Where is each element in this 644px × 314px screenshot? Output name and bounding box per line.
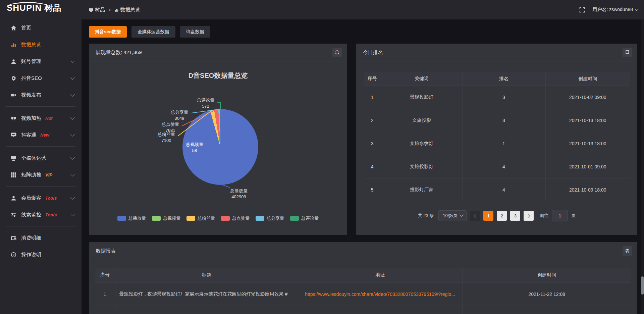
goto-page-input[interactable] (552, 210, 568, 221)
username-label: 用户名: zswodun88 (592, 7, 633, 13)
legend-item-videos[interactable]: 总视频量 (152, 215, 180, 221)
pie-label-fans: 总粉丝量7100 (153, 132, 180, 143)
table-row: 1景观投影灯32021-10-02 09:00 (364, 86, 630, 109)
breadcrumb-home-label: 树品 (95, 7, 105, 13)
sidebar-item-help[interactable]: ? 操作说明 (0, 246, 82, 263)
legend-item-shares[interactable]: 总分享量 (256, 215, 284, 221)
col-url: 地址 (298, 268, 462, 283)
sidebar-item-label: 全媒体运营 (21, 155, 46, 161)
ranking-table: 序号 关键词 排名 创建时间 1景观投影灯32021-10-02 09:00 2… (364, 72, 630, 201)
wallet-icon (11, 235, 16, 241)
report-table: 序号 标题 地址 创建时间 1 景观投影灯，夜游景观投影灯厂家展示展示落花灯在花… (95, 268, 631, 314)
page-button-2[interactable]: 2 (497, 211, 507, 221)
sidebar-item-douyin-seo[interactable]: 抖音SEO (0, 70, 82, 87)
breadcrumb-separator: > (108, 7, 111, 12)
sidebar-item-label: 抖音SEO (21, 75, 42, 82)
pie-label-shares: 总分享量3049 (166, 109, 193, 121)
breadcrumb-current[interactable]: 数据总览 (114, 7, 141, 13)
chevron-down-icon (70, 212, 75, 216)
page-size-select[interactable]: 10条/页 (438, 210, 467, 221)
sidebar-item-account[interactable]: 账号管理 (0, 53, 82, 70)
pagination-total: 共 23 条 (418, 213, 434, 219)
col-index: 序号 (95, 268, 115, 283)
sidebar-item-member-tools[interactable]: 会员爆客 Tools (0, 190, 82, 206)
sidebar-item-lead-monitor[interactable]: 线索监控 Tools (0, 206, 82, 223)
user-menu[interactable]: 用户名: zswodun88 (592, 7, 638, 13)
sliders-icon (11, 212, 16, 218)
report-row-title: 景观投影灯，夜游景观投影灯厂家展示展示落花灯在花园里的灯光投影应用效果 # (115, 283, 298, 306)
legend-swatch (290, 216, 299, 221)
table-row: 3文旅水纹灯12021-10-13 18:00 (364, 132, 630, 155)
next-page-button[interactable] (524, 211, 534, 221)
legend-swatch (221, 216, 230, 221)
fullscreen-icon[interactable] (579, 7, 585, 13)
tab-douyin-seo[interactable]: 抖音seo数据 (89, 26, 127, 38)
table-toggle-button[interactable]: 表 (623, 246, 632, 256)
person-icon (11, 195, 16, 201)
ranking-panel-title: 今日排名 (363, 49, 383, 56)
chevron-down-icon (70, 75, 75, 80)
sidebar-item-video-heat[interactable]: 视频加热 Hot (0, 110, 82, 126)
sidebar-item-video-publish[interactable]: 视频发布 (0, 87, 82, 103)
page-button-3[interactable]: 3 (510, 211, 520, 221)
sidebar-item-label: 操作说明 (21, 252, 41, 258)
report-table-header-row: 序号 标题 地址 创建时间 (95, 268, 631, 283)
sidebar-divider (6, 186, 75, 187)
legend-item-comments[interactable]: 总评论量 (290, 215, 319, 221)
scrollbar-thumb[interactable] (641, 276, 644, 295)
sidebar-item-label: 数据总览 (21, 42, 41, 48)
sidebar-item-label: 会员爆客 (21, 195, 41, 201)
question-icon: ? (11, 252, 16, 258)
prev-page-button[interactable] (470, 211, 480, 221)
legend-swatch (117, 216, 126, 221)
video-link[interactable]: https://www.iesdouyin.com/share/video/70… (299, 292, 462, 297)
pie-label-videos: 总视频量58 (181, 142, 208, 153)
bar-chart-icon (114, 8, 119, 12)
breadcrumb-home[interactable]: 树品 (89, 7, 105, 13)
legend-item-fans[interactable]: 总粉丝量 (186, 215, 215, 221)
chevron-right-icon (526, 214, 530, 217)
day-toggle-button[interactable]: 日 (623, 48, 632, 57)
sidebar-item-home[interactable]: 首页 (0, 19, 82, 36)
legend-swatch (152, 216, 161, 221)
goto-label: 前往 (540, 213, 548, 219)
chart-legend: 总播放量 总视频量 总粉丝量 总点赞量 总分享量 总评论量 (89, 215, 347, 221)
leader-line-plays (221, 184, 230, 188)
tab-inquiry[interactable]: 询盘数据 (180, 26, 210, 38)
projector-icon (11, 115, 16, 121)
sidebar-item-label: 矩阵助推 (21, 172, 41, 178)
page-button-1[interactable]: 1 (483, 211, 493, 221)
table-row: 2文旅投影32021-10-13 18:00 (364, 109, 630, 132)
today-ranking-panel: 今日排名 日 序号 关键词 排名 创建时间 1景观投影灯32021-10-02 … (356, 44, 637, 235)
sidebar-item-douketong[interactable]: 抖客通 New (0, 126, 82, 143)
col-rank: 排名 (462, 72, 545, 86)
total-toggle-button[interactable]: 总 (332, 48, 342, 57)
table-row: 4文旅投影灯42021-10-01 09:00 (364, 155, 630, 178)
app-logo: SHUPIN 树品 (7, 3, 61, 12)
legend-item-likes[interactable]: 总点赞量 (221, 215, 250, 221)
sidebar-item-label: 视频加热 (21, 115, 41, 121)
user-icon (11, 59, 16, 64)
col-index: 序号 (364, 72, 381, 86)
chevron-down-icon (70, 155, 75, 160)
leader-line-comments (220, 102, 221, 110)
sidebar-item-media-ops[interactable]: 全媒体运营 (0, 150, 82, 166)
sidebar-item-matrix-boost[interactable]: 矩阵助推 VIP (0, 166, 82, 183)
page-scrollbar[interactable] (641, 19, 644, 314)
breadcrumb-current-label: 数据总览 (120, 7, 141, 13)
ranking-panel-header: 今日排名 日 (356, 44, 637, 61)
impressions-total: 展现量总数: 421,369 (96, 49, 142, 56)
chevron-down-icon (460, 213, 464, 216)
chevron-down-icon (70, 132, 75, 137)
chevron-down-icon (635, 7, 638, 11)
sidebar-item-spend-detail[interactable]: 消费明细 (0, 229, 82, 246)
col-title: 标题 (115, 268, 298, 283)
tab-media-ops[interactable]: 全媒体运营数据 (131, 26, 175, 38)
tools-badge: Tools (45, 196, 57, 201)
svg-text:?: ? (13, 253, 15, 256)
chevron-down-icon (70, 59, 75, 63)
table-row: 5投影灯厂家42021-10-09 18:00 (364, 178, 630, 202)
sidebar-item-data-overview[interactable]: 数据总览 (0, 36, 82, 53)
page-unit-label: 页 (571, 213, 576, 219)
legend-item-plays[interactable]: 总播放量 (117, 215, 146, 221)
